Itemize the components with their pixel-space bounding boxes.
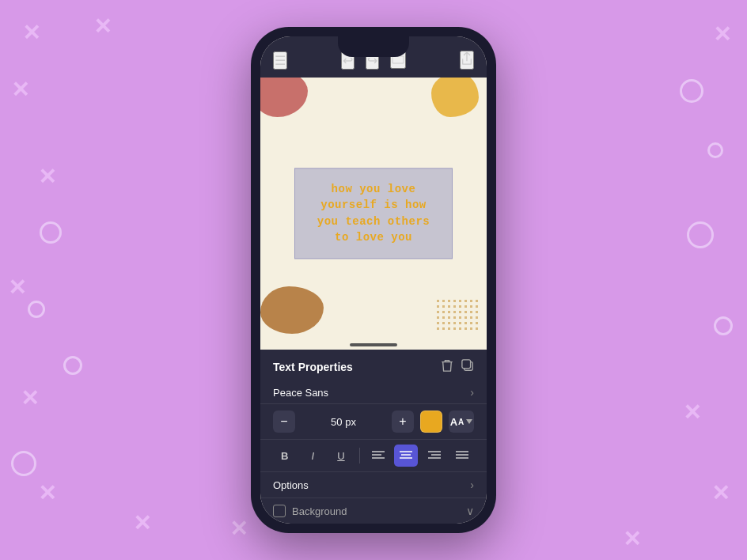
deco-circle-4: [63, 356, 82, 375]
deco-circle-2: [28, 301, 45, 318]
phone-notch: [338, 36, 409, 57]
dot-pattern: [435, 298, 479, 330]
deco-circle-7: [687, 221, 714, 248]
deco-cross-13: ✕: [683, 402, 701, 424]
panel-header: Text Properties: [260, 350, 487, 381]
deco-cross-1: ✕: [22, 22, 40, 44]
deco-cross-7: ✕: [38, 482, 56, 505]
text-edit-box[interactable]: how you love yourself is how you teach o…: [294, 168, 453, 259]
deco-cross-9: ✕: [229, 518, 248, 540]
font-chevron-icon: ›: [470, 386, 474, 399]
underline-button[interactable]: U: [329, 445, 353, 467]
share-button[interactable]: [460, 51, 474, 70]
deco-cross-12: ✕: [623, 528, 641, 551]
deco-circle-3: [11, 451, 36, 476]
menu-button[interactable]: ☰: [273, 51, 287, 70]
align-center-button[interactable]: [394, 445, 418, 467]
canvas-area: how you love yourself is how you teach o…: [260, 78, 487, 350]
deco-cross-4: ✕: [38, 166, 56, 188]
align-left-button[interactable]: [366, 445, 390, 467]
home-indicator: [350, 343, 397, 346]
panel-header-icons: [441, 359, 474, 375]
deco-circle-1: [40, 221, 62, 244]
deco-cross-10: ✕: [713, 24, 731, 46]
deco-circle-6: [707, 142, 723, 158]
background-checkbox[interactable]: [273, 505, 286, 517]
deco-circle-8: [714, 316, 733, 335]
deco-cross-8: ✕: [133, 513, 151, 535]
font-size-row: − 50 px + AA: [260, 404, 487, 440]
increase-size-button[interactable]: +: [392, 411, 414, 433]
format-row: B I U: [260, 440, 487, 472]
svg-rect-1: [462, 360, 471, 369]
deco-circle-5: [680, 79, 703, 103]
align-right-button[interactable]: [423, 445, 446, 467]
phone-inner: ☰ ↩ ↪ how you love yourself is how you t…: [260, 36, 487, 524]
options-row[interactable]: Options ›: [260, 472, 487, 498]
color-swatch[interactable]: [420, 411, 442, 433]
italic-button[interactable]: I: [301, 445, 325, 467]
font-size-value: 50 px: [301, 416, 385, 428]
phone-frame: ☰ ↩ ↪ how you love yourself is how you t…: [251, 27, 496, 533]
deco-cross-6: ✕: [21, 388, 39, 410]
quote-text: how you love yourself is how you teach o…: [309, 181, 438, 245]
background-label: Background: [292, 505, 347, 517]
background-row[interactable]: Background ∨: [260, 498, 487, 524]
text-properties-panel: Text Properties Peace Sans › − 50 px: [260, 350, 487, 524]
font-selector-row[interactable]: Peace Sans ›: [260, 381, 487, 404]
options-label: Options: [273, 479, 309, 491]
deco-cross-2: ✕: [93, 16, 112, 38]
bold-button[interactable]: B: [273, 445, 297, 467]
blob-bottom-left: [260, 286, 324, 334]
format-separator: [359, 448, 360, 464]
duplicate-text-button[interactable]: [461, 359, 474, 375]
panel-title: Text Properties: [273, 361, 353, 373]
text-case-button[interactable]: AA: [449, 411, 474, 433]
justify-button[interactable]: [450, 445, 474, 467]
decrease-size-button[interactable]: −: [273, 411, 295, 433]
blob-top-left: [260, 78, 308, 117]
delete-text-button[interactable]: [441, 359, 453, 375]
deco-cross-3: ✕: [11, 79, 29, 101]
background-chevron-icon: ∨: [466, 505, 474, 517]
deco-cross-5: ✕: [8, 277, 26, 299]
options-chevron-icon: ›: [470, 479, 474, 491]
deco-cross-11: ✕: [711, 482, 730, 505]
font-name-label: Peace Sans: [273, 387, 328, 399]
blob-top-right: [431, 78, 479, 117]
